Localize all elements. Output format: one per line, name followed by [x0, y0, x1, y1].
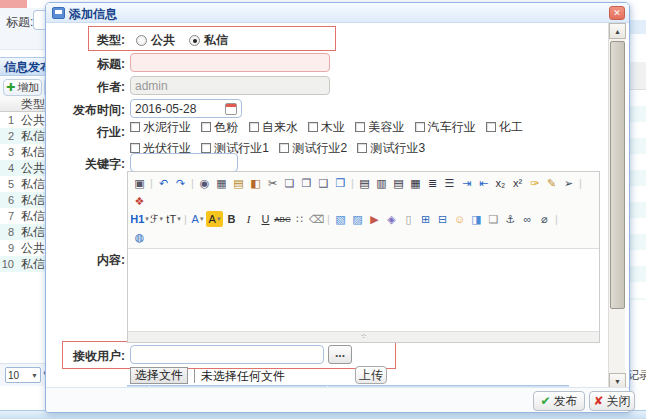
- close-button[interactable]: ✘ 关闭: [589, 391, 635, 411]
- select-all-icon[interactable]: ➢: [560, 175, 577, 191]
- choose-file-button[interactable]: 选择文件: [130, 367, 188, 384]
- indent-icon[interactable]: ⇥: [458, 175, 475, 191]
- industry-checkbox[interactable]: 化工: [486, 117, 523, 137]
- title-input[interactable]: [130, 53, 330, 72]
- dialog-header[interactable]: 添加信息 ✕: [46, 3, 629, 23]
- table-row[interactable]: 10 私信: [0, 256, 47, 272]
- radio-private-circle[interactable]: [189, 35, 200, 46]
- publish-button[interactable]: ✔ 发布: [533, 391, 585, 411]
- table-row[interactable]: 3 私信: [0, 144, 47, 160]
- industry-checkbox[interactable]: 美容业: [355, 117, 404, 137]
- code-icon[interactable]: ◧: [247, 175, 264, 191]
- underline-icon[interactable]: U: [257, 211, 274, 227]
- picture-icon[interactable]: ◨: [468, 211, 485, 227]
- scroll-up-icon[interactable]: ▲: [609, 23, 626, 39]
- copy-icon[interactable]: ❏: [281, 175, 298, 191]
- table-row[interactable]: 9 公共: [0, 240, 47, 256]
- subscript-icon[interactable]: x₂: [492, 175, 509, 191]
- align-right-icon[interactable]: ▤: [390, 175, 407, 191]
- table-row[interactable]: 2 私信: [0, 128, 47, 144]
- industry-checkbox[interactable]: 自来水: [249, 117, 298, 137]
- media-icon[interactable]: ◈: [383, 211, 400, 227]
- checkbox-icon[interactable]: [415, 122, 425, 132]
- checkbox-icon[interactable]: [130, 122, 140, 132]
- table-row[interactable]: 5 私信: [0, 176, 47, 192]
- industry-checkbox[interactable]: 汽车行业: [415, 117, 476, 137]
- background-tab[interactable]: [0, 0, 27, 8]
- checkbox-icon[interactable]: [357, 143, 367, 153]
- unordered-list-icon[interactable]: ☰: [441, 175, 458, 191]
- map-icon[interactable]: ❏: [485, 211, 502, 227]
- page-size-select[interactable]: 10 ▼: [5, 367, 41, 383]
- remove-format-icon[interactable]: ⌫: [308, 211, 325, 227]
- image-upload-icon[interactable]: ▧: [332, 211, 349, 227]
- calendar-icon[interactable]: [225, 103, 237, 115]
- industry-checkbox[interactable]: 测试行业2: [279, 138, 347, 158]
- unlink-icon[interactable]: ⌀: [536, 211, 553, 227]
- preview-icon[interactable]: ◉: [196, 175, 213, 191]
- horizontal-rule-icon[interactable]: ⊟: [434, 211, 451, 227]
- redo-icon[interactable]: ↷: [172, 175, 189, 191]
- paste-text-icon[interactable]: ❑: [315, 175, 332, 191]
- industry-checkbox[interactable]: 测试行业3: [357, 138, 425, 158]
- checkbox-icon[interactable]: [201, 122, 211, 132]
- format-brush-icon[interactable]: ✑: [526, 175, 543, 191]
- checkbox-icon[interactable]: [486, 122, 496, 132]
- checkbox-icon[interactable]: [308, 122, 318, 132]
- dialog-scrollbar[interactable]: ▲ ▼: [608, 23, 625, 389]
- multi-image-icon[interactable]: ▨: [349, 211, 366, 227]
- about-icon[interactable]: ◍: [131, 229, 148, 245]
- heading-dropdown[interactable]: H1▾: [131, 211, 148, 227]
- receiver-browse-button[interactable]: ...: [328, 345, 352, 364]
- text-color-dropdown[interactable]: A▾: [189, 211, 206, 227]
- align-justify-icon[interactable]: ▦: [407, 175, 424, 191]
- upload-button[interactable]: 上传: [355, 366, 387, 384]
- fullscreen-icon[interactable]: ❖: [131, 193, 148, 209]
- table-row[interactable]: 1 公共: [0, 112, 47, 128]
- flash-icon[interactable]: ▶: [366, 211, 383, 227]
- table-row[interactable]: 7 私信: [0, 208, 47, 224]
- link-icon[interactable]: ∞: [519, 211, 536, 227]
- paste-word-icon[interactable]: ❒: [332, 175, 349, 191]
- checkbox-icon[interactable]: [249, 122, 259, 132]
- table-icon[interactable]: ⊞: [417, 211, 434, 227]
- publish-date-input[interactable]: 2016-05-28: [130, 99, 242, 118]
- keyword-input[interactable]: [130, 153, 238, 172]
- editor-content-area[interactable]: [128, 249, 599, 331]
- file-upload-icon[interactable]: ▯: [400, 211, 417, 227]
- superscript-icon[interactable]: x²: [509, 175, 526, 191]
- align-left-icon[interactable]: ▤: [356, 175, 373, 191]
- dialog-close-icon[interactable]: ✕: [609, 6, 625, 20]
- resize-grip-icon[interactable]: ⁘: [360, 332, 367, 341]
- cut-icon[interactable]: ✂: [264, 175, 281, 191]
- table-row[interactable]: 6 私信: [0, 192, 47, 208]
- bold-icon[interactable]: B: [223, 211, 240, 227]
- anchor-icon[interactable]: ⚓: [502, 211, 519, 227]
- checkbox-icon[interactable]: [279, 143, 289, 153]
- italic-icon[interactable]: I: [240, 211, 257, 227]
- source-icon[interactable]: ▣: [131, 175, 148, 191]
- radio-private[interactable]: 私信: [189, 32, 228, 49]
- table-row[interactable]: 4 公共: [0, 160, 47, 176]
- scrollbar-thumb[interactable]: [610, 41, 625, 309]
- highlight-color-dropdown[interactable]: A▾: [206, 211, 223, 227]
- receiver-input[interactable]: [130, 345, 324, 364]
- outdent-icon[interactable]: ⇤: [475, 175, 492, 191]
- checkbox-icon[interactable]: [201, 143, 211, 153]
- editor-status-bar[interactable]: ⁘: [128, 331, 599, 342]
- font-family-dropdown[interactable]: ℱ▾: [148, 211, 165, 227]
- font-size-dropdown[interactable]: tT▾: [165, 211, 182, 227]
- strikethrough-icon[interactable]: ABC: [274, 211, 291, 227]
- paste-icon[interactable]: ❐: [298, 175, 315, 191]
- align-center-icon[interactable]: ▥: [373, 175, 390, 191]
- quick-format-icon[interactable]: ✎: [543, 175, 560, 191]
- checkbox-icon[interactable]: [130, 143, 140, 153]
- template-icon[interactable]: ▤: [230, 175, 247, 191]
- industry-checkbox[interactable]: 木业: [308, 117, 345, 137]
- industry-checkbox[interactable]: 色粉: [201, 117, 238, 137]
- table-row[interactable]: 8 私信: [0, 224, 47, 240]
- print-icon[interactable]: ▦: [213, 175, 230, 191]
- checkbox-icon[interactable]: [355, 122, 365, 132]
- ordered-list-icon[interactable]: ≣: [424, 175, 441, 191]
- undo-icon[interactable]: ↶: [155, 175, 172, 191]
